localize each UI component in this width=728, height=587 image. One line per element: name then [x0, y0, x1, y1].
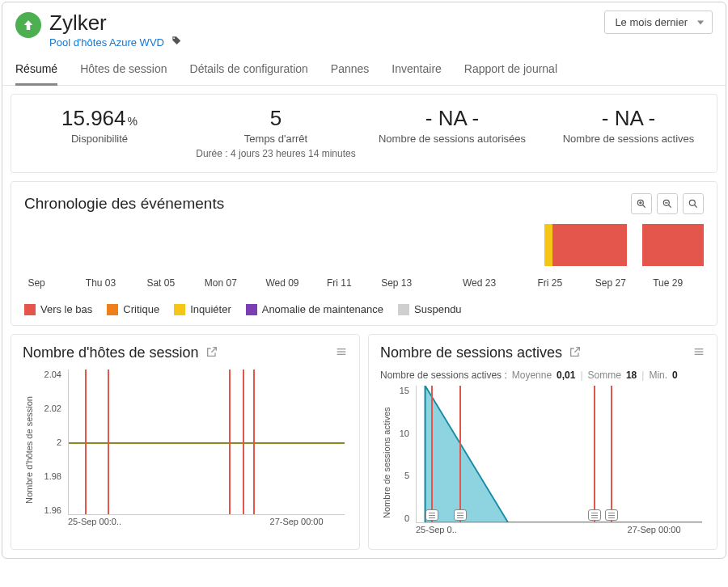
svg-point-7 [689, 200, 695, 205]
timeline-xaxis: Sep Thu 03 Sat 05 Mon 07 Wed 09 Fri 11 S… [24, 277, 704, 292]
chart1-yaxis: 2.04 2.02 2 1.98 1.96 [36, 370, 65, 515]
stats-card: 15.964% Disponibilité 5 Temps d'arrêt Du… [11, 94, 717, 173]
swatch-icon [246, 304, 257, 315]
stat-availability: 15.964% Disponibilité [11, 106, 188, 159]
event-marker [108, 370, 109, 514]
event-marker [459, 386, 461, 522]
sum-value: 18 [626, 370, 637, 381]
timeline-tick: Wed 09 [265, 277, 298, 289]
zoom-reset-button[interactable] [683, 193, 704, 214]
ytick: 1.98 [36, 471, 61, 481]
ytick: 2.02 [36, 403, 61, 413]
timeline-tick: Mon 07 [205, 277, 237, 289]
legend-label: Inquiéter [190, 303, 231, 315]
annotation-icon[interactable] [425, 509, 438, 521]
annotation-icon[interactable] [454, 509, 467, 521]
legend-label: Suspendu [414, 303, 462, 315]
chart2-plotarea [416, 386, 702, 523]
event-marker [431, 386, 433, 522]
chart1-plot[interactable]: 2.04 2.02 2 1.98 1.96 [36, 370, 348, 531]
status-up-icon [15, 12, 41, 38]
legend-item: Inquiéter [174, 303, 231, 315]
ytick: 15 [393, 386, 409, 395]
tab-rapport[interactable]: Rapport de journal [464, 57, 557, 85]
timeline-tick: Fri 11 [327, 277, 352, 289]
timeline-tick: Sep [28, 277, 44, 289]
tab-hotes-session[interactable]: Hôtes de session [80, 57, 167, 85]
annotation-icon[interactable] [605, 509, 618, 521]
ytick: 1.96 [36, 505, 61, 515]
chart2-title: Nombre de sessions actives [380, 344, 562, 361]
tab-inventaire[interactable]: Inventaire [392, 57, 441, 85]
legend-label: Anomalie de maintenance [262, 303, 383, 315]
page-header: Zylker Pool d'hôtes Azure WVD Le mois de… [2, 2, 726, 49]
popout-icon[interactable] [205, 345, 218, 361]
tab-resume[interactable]: Résumé [15, 57, 57, 86]
chart2-summary-label: Nombre de sessions actives : [380, 370, 507, 381]
charts-row: Nombre d'hôtes de session Nombre d'hôtes… [2, 334, 726, 558]
svg-marker-15 [425, 386, 508, 522]
timeline-seg-down-1 [552, 224, 627, 266]
tab-details-config[interactable]: Détails de configuration [190, 57, 308, 85]
time-range-select[interactable]: Le mois dernier [604, 11, 713, 34]
tag-icon[interactable] [171, 36, 182, 49]
chart1-plotarea [68, 370, 345, 515]
event-marker [594, 386, 595, 522]
legend-item: Vers le bas [24, 303, 92, 315]
timeline-tick: Sat 05 [146, 277, 175, 289]
chart-session-hosts: Nombre d'hôtes de session Nombre d'hôtes… [11, 334, 360, 550]
timeline-tick: Tue 29 [653, 277, 683, 289]
stat-active-label: Nombre de sessions actives [548, 133, 709, 145]
chart1-title: Nombre d'hôtes de session [23, 344, 199, 361]
xtick: 27-Sep 00:00 [628, 525, 681, 539]
chart2-summary: Nombre de sessions actives : Moyenne 0,0… [380, 370, 705, 381]
avg-value: 0,01 [557, 370, 575, 381]
chart-active-sessions: Nombre de sessions actives Nombre de ses… [368, 334, 717, 550]
legend-label: Critique [123, 303, 159, 315]
swatch-icon [24, 304, 36, 315]
ytick: 0 [393, 513, 409, 523]
tab-pannes[interactable]: Pannes [331, 57, 369, 85]
timeline-tick: Fri 25 [537, 277, 562, 289]
hamburger-icon[interactable] [335, 345, 348, 361]
timeline-tick: Sep 27 [595, 277, 626, 289]
event-marker [229, 370, 231, 514]
chart2-plot[interactable]: 15 10 5 0 [393, 386, 705, 539]
avg-label: Moyenne [512, 370, 552, 381]
breadcrumb-link[interactable]: Pool d'hôtes Azure WVD [49, 36, 164, 49]
zoom-out-button[interactable] [657, 193, 678, 214]
stat-active-sessions: - NA - Nombre de sessions actives [540, 106, 717, 159]
stat-downtime-label: Temps d'arrêt [196, 133, 356, 145]
stat-downtime: 5 Temps d'arrêt Durée : 4 jours 23 heure… [188, 106, 364, 159]
annotation-icon[interactable] [588, 509, 601, 521]
timeline-card: Chronologie des événements Sep Thu 03 Sa… [11, 181, 717, 326]
hamburger-icon[interactable] [692, 345, 705, 361]
swatch-icon [174, 304, 185, 315]
zoom-controls [631, 193, 704, 214]
svg-line-8 [695, 205, 697, 208]
min-value: 0 [672, 370, 678, 381]
stat-availability-label: Disponibilité [19, 133, 180, 145]
chart2-xaxis: 25-Sep 0.. 27-Sep 00:00 [416, 525, 702, 539]
legend-label: Vers le bas [40, 303, 92, 315]
event-marker [85, 370, 87, 514]
ytick: 2 [36, 437, 61, 447]
chart1-series-line [69, 442, 345, 444]
timeline-tick: Wed 23 [463, 277, 496, 289]
popout-icon[interactable] [569, 345, 582, 361]
stat-availability-unit: % [128, 115, 138, 128]
sum-label: Somme [588, 370, 621, 381]
timeline-track[interactable] [24, 224, 704, 274]
chart2-yaxis: 15 10 5 0 [393, 386, 413, 523]
ytick: 10 [393, 429, 409, 438]
min-label: Min. [649, 370, 667, 381]
zoom-in-button[interactable] [631, 193, 652, 214]
stat-active-value: - NA - [548, 106, 709, 131]
ytick: 2.04 [36, 370, 61, 379]
timeline-seg-down-2 [642, 224, 704, 266]
svg-line-1 [643, 205, 645, 208]
event-marker [611, 386, 612, 522]
tabs: Résumé Hôtes de session Détails de confi… [2, 49, 726, 86]
time-range-label: Le mois dernier [615, 16, 688, 28]
timeline-tick: Thu 03 [86, 277, 116, 289]
